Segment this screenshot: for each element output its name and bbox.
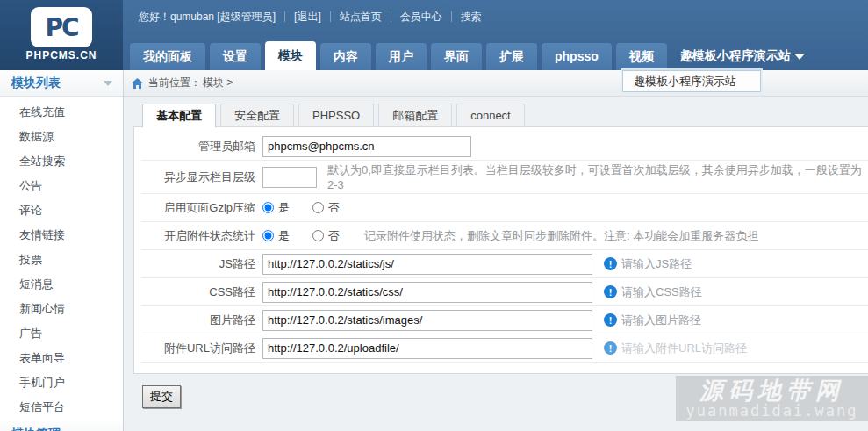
form-row-js-path: JS路径 ! 请输入JS路径 — [141, 250, 868, 278]
attachment-stat-yes-option[interactable]: 是 — [262, 228, 290, 244]
gzip-no-radio[interactable] — [312, 202, 324, 213]
radio-label: 否 — [328, 228, 340, 244]
field-info: ! 请输入图片路径 — [604, 312, 701, 328]
info-exclamation-icon: ! — [604, 257, 617, 270]
form-row-admin-email: 管理员邮箱 — [141, 133, 868, 161]
logout-link[interactable]: [退出] — [285, 10, 330, 25]
upload-url-input[interactable] — [262, 338, 592, 359]
sidebar-list: 在线充值 数据源 全站搜索 公告 评论 友情链接 投票 短消息 新闻心情 广告 … — [0, 97, 123, 421]
tab-basic-config[interactable]: 基本配置 — [142, 104, 216, 128]
sidebar-item-messages[interactable]: 短消息 — [0, 272, 123, 297]
logo-badge: PC — [31, 7, 92, 47]
content: 基本配置 安全配置 PHPSSO 邮箱配置 connect 管理员邮箱 异步显示… — [124, 97, 868, 408]
field-info: ! 请输入附件URL访问路径 — [604, 341, 747, 356]
field-hint: 请输入附件URL访问路径 — [621, 341, 747, 356]
main-nav: 我的面板 设置 模块 内容 用户 界面 扩展 phpsso 视频 趣模板小程序演… — [123, 33, 868, 70]
sidebar-item-data-source[interactable]: 数据源 — [0, 125, 123, 149]
submit-button[interactable]: 提交 — [142, 385, 181, 408]
css-path-input[interactable] — [262, 282, 592, 303]
admin-email-input[interactable] — [262, 136, 471, 157]
radio-label: 是 — [278, 228, 290, 244]
tab-phpsso[interactable]: PHPSSO — [298, 104, 374, 127]
sidebar: 模块列表 在线充值 数据源 全站搜索 公告 评论 友情链接 投票 短消息 新闻心… — [0, 70, 124, 431]
field-info: ! 请输入JS路径 — [604, 256, 692, 272]
sidebar-section-module-list[interactable]: 模块列表 — [0, 70, 123, 97]
field-label: 管理员邮箱 — [141, 139, 262, 154]
basic-config-form: 管理员邮箱 异步显示栏目层级 默认为0,即直接显示栏目列表。当栏目层级较多时，可… — [133, 126, 868, 374]
config-tabs: 基本配置 安全配置 PHPSSO 邮箱配置 connect — [133, 104, 868, 127]
site-home-link[interactable]: 站点首页 — [331, 10, 391, 25]
nav-modules[interactable]: 模块 — [265, 41, 316, 70]
sidebar-item-news-mood[interactable]: 新闻心情 — [0, 297, 123, 321]
sidebar-item-form-wizard[interactable]: 表单向导 — [0, 346, 123, 370]
radio-label: 否 — [328, 200, 340, 216]
gzip-yes-option[interactable]: 是 — [262, 200, 290, 216]
radio-label: 是 — [278, 200, 290, 216]
form-row-upload-url: 附件URL访问路径 ! 请输入附件URL访问路径 — [141, 334, 868, 363]
gzip-no-option[interactable]: 否 — [312, 200, 340, 216]
image-path-input[interactable] — [262, 310, 592, 331]
sidebar-item-sms-platform[interactable]: 短信平台 — [0, 395, 123, 420]
field-hint: 记录附件使用状态，删除文章时同步删除附件。注意: 本功能会加重服务器负担 — [364, 228, 758, 244]
sidebar-section-module-manage[interactable]: 模块管理 — [0, 421, 123, 431]
attachment-stat-no-radio[interactable] — [312, 230, 324, 241]
field-label: JS路径 — [141, 256, 262, 272]
site-selector[interactable]: 趣模板小程序演示站 — [680, 48, 805, 64]
info-exclamation-icon: ! — [604, 341, 617, 355]
field-hint: 请输入JS路径 — [621, 256, 692, 272]
nav-dashboard[interactable]: 我的面板 — [130, 43, 205, 70]
sidebar-item-vote[interactable]: 投票 — [0, 248, 123, 272]
tab-connect[interactable]: connect — [456, 104, 525, 127]
nav-video[interactable]: 视频 — [616, 43, 667, 70]
field-hint: 默认为0,即直接显示栏目列表。当栏目层级较多时，可设置首次加载层级，其余使用异步… — [327, 162, 868, 191]
chevron-down-icon — [104, 81, 112, 86]
field-label: 异步显示栏目层级 — [141, 169, 262, 185]
breadcrumb-module-link[interactable]: 模块 > — [203, 75, 233, 90]
sidebar-item-mobile-portal[interactable]: 手机门户 — [0, 370, 123, 395]
nav-users[interactable]: 用户 — [376, 43, 427, 70]
field-hint: 请输入图片路径 — [621, 312, 701, 328]
tab-mail-config[interactable]: 邮箱配置 — [378, 104, 452, 127]
field-label: 附件URL访问路径 — [141, 341, 262, 356]
nav-phpsso[interactable]: phpsso — [542, 43, 612, 70]
sidebar-item-site-search[interactable]: 全站搜索 — [0, 149, 123, 174]
header-right: 您好！qumuban [超级管理员] [退出] 站点首页 会员中心 搜索 我的面… — [123, 0, 868, 70]
sidebar-item-online-recharge[interactable]: 在线充值 — [0, 100, 123, 125]
nav-interface[interactable]: 界面 — [431, 43, 482, 70]
section-title: 模块列表 — [11, 75, 61, 91]
info-exclamation-icon: ! — [604, 313, 617, 327]
form-row-attachment-stat: 开启附件状态统计 是 否 记录附件使用状态，删除文章时同步删除附件。注意: 本功… — [141, 222, 868, 250]
sidebar-item-comments[interactable]: 评论 — [0, 198, 123, 223]
site-dropdown-item[interactable]: 趣模板小程序演示站 — [622, 70, 761, 92]
sidebar-item-friend-links[interactable]: 友情链接 — [0, 223, 123, 248]
caret-down-icon — [794, 54, 805, 60]
home-icon — [132, 78, 143, 89]
async-level-input[interactable] — [262, 167, 317, 188]
member-center-link[interactable]: 会员中心 — [391, 10, 451, 25]
tab-security-config[interactable]: 安全配置 — [220, 104, 294, 127]
phpcms-logo: PC PHPCMS.CN — [0, 0, 123, 70]
breadcrumb-label: 当前位置： — [148, 75, 201, 90]
gzip-yes-radio[interactable] — [262, 202, 274, 213]
nav-content[interactable]: 内容 — [320, 43, 371, 70]
logo-text: PC — [45, 13, 77, 42]
search-link[interactable]: 搜索 — [452, 10, 491, 25]
field-hint: 请输入CSS路径 — [621, 284, 702, 300]
field-label: 启用页面Gzip压缩 — [141, 200, 262, 216]
sidebar-item-announcement[interactable]: 公告 — [0, 174, 123, 198]
attachment-stat-yes-radio[interactable] — [262, 230, 274, 241]
logo-subtext: PHPCMS.CN — [0, 49, 123, 61]
attachment-stat-no-option[interactable]: 否 — [312, 228, 340, 244]
form-row-gzip: 启用页面Gzip压缩 是 否 — [141, 194, 868, 222]
field-label: CSS路径 — [141, 284, 262, 300]
nav-settings[interactable]: 设置 — [210, 43, 261, 70]
form-row-css-path: CSS路径 ! 请输入CSS路径 — [141, 278, 868, 306]
nav-extensions[interactable]: 扩展 — [486, 43, 537, 70]
main-area: 当前位置： 模块 > 基本配置 安全配置 PHPSSO 邮箱配置 connect… — [124, 70, 868, 431]
app-header: PC PHPCMS.CN 您好！qumuban [超级管理员] [退出] 站点首… — [0, 0, 868, 70]
js-path-input[interactable] — [262, 254, 592, 275]
sidebar-item-ads[interactable]: 广告 — [0, 321, 123, 346]
field-label: 开启附件状态统计 — [141, 228, 262, 244]
field-info: ! 请输入CSS路径 — [604, 284, 702, 300]
form-row-async-level: 异步显示栏目层级 默认为0,即直接显示栏目列表。当栏目层级较多时，可设置首次加载… — [141, 161, 868, 194]
